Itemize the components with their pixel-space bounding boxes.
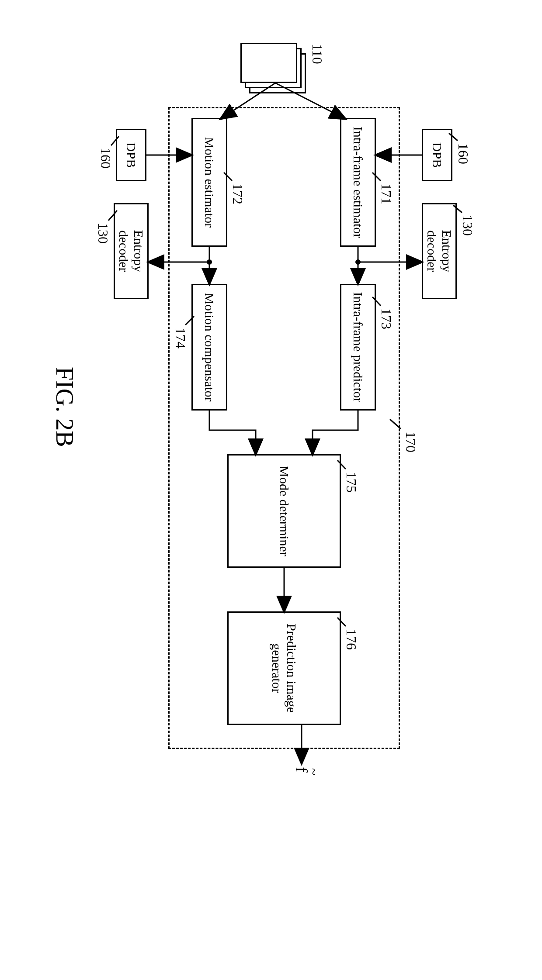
svg-line-12 — [221, 83, 275, 119]
page: 170 110 DPB 160 Entropy decoder 130 DPB … — [0, 0, 542, 980]
diagram-rotated: 170 110 DPB 160 Entropy decoder 130 DPB … — [39, 35, 511, 777]
svg-line-11 — [275, 83, 345, 119]
signal-wires — [39, 35, 511, 777]
